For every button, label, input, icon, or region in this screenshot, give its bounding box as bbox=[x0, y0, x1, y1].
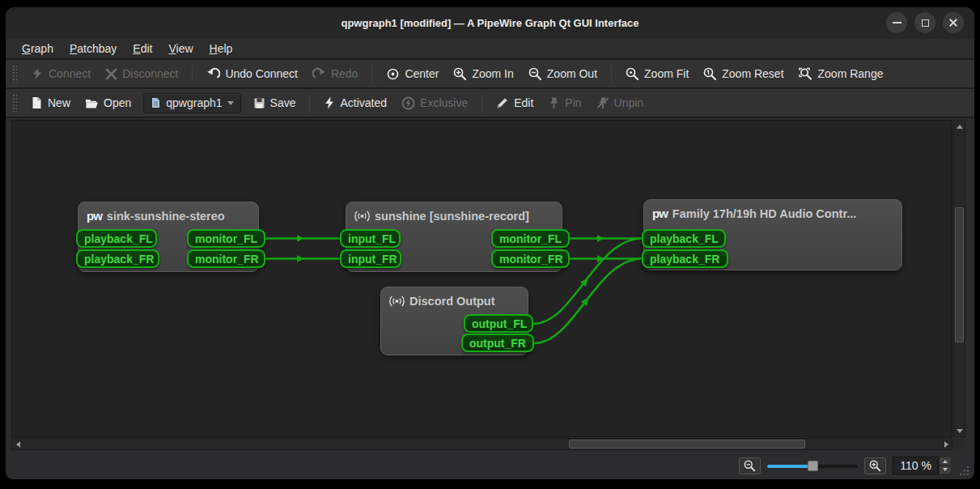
patchbay-combobox[interactable]: qpwgraph1 bbox=[143, 93, 240, 113]
connection-wires bbox=[12, 121, 952, 434]
scrollbar-corner bbox=[953, 438, 965, 450]
zoom-out-icon bbox=[528, 67, 542, 81]
menu-help[interactable]: Help bbox=[202, 40, 241, 57]
port-sink-playback-fl[interactable]: playback_FL bbox=[76, 229, 157, 248]
arrow-up-icon bbox=[943, 457, 948, 463]
connect-button[interactable]: Connect bbox=[23, 63, 98, 84]
menu-patchbay[interactable]: Patchbay bbox=[62, 40, 125, 57]
canvas-frame: pw sink-sunshine-stereo playback_FL play… bbox=[11, 120, 965, 450]
vertical-scrollbar[interactable] bbox=[953, 120, 965, 437]
resize-grip[interactable] bbox=[958, 465, 969, 476]
node-header: sunshine [sunshine-record] bbox=[346, 202, 562, 227]
port-family-playback-fl[interactable]: playback_FL bbox=[642, 229, 726, 248]
port-sunshine-input-fl[interactable]: input_FL bbox=[340, 229, 401, 248]
spin-down-button[interactable] bbox=[939, 466, 952, 474]
port-sink-playback-fr[interactable]: playback_FR bbox=[76, 249, 159, 268]
center-button[interactable]: Center bbox=[379, 63, 446, 85]
zoom-fit-button[interactable]: Zoom Fit bbox=[618, 63, 696, 85]
zoom-range-button[interactable]: Zoom Range bbox=[791, 63, 891, 85]
zoom-reset-icon bbox=[703, 67, 717, 81]
graph-canvas[interactable]: pw sink-sunshine-stereo playback_FL play… bbox=[11, 120, 952, 437]
node-title: sunshine [sunshine-record] bbox=[375, 210, 529, 223]
zoom-out-icon bbox=[744, 460, 756, 472]
scroll-up-button[interactable] bbox=[954, 121, 965, 131]
edit-pencil-icon bbox=[496, 96, 509, 109]
vertical-scroll-thumb[interactable] bbox=[955, 207, 964, 342]
zoom-slider[interactable] bbox=[767, 459, 858, 472]
connect-icon bbox=[31, 67, 44, 80]
port-sunshine-monitor-fr[interactable]: monitor_FR bbox=[491, 249, 570, 268]
disconnect-button[interactable]: Disconnect bbox=[98, 63, 185, 84]
statusbar: 110 % bbox=[6, 452, 974, 479]
maximize-icon bbox=[922, 19, 929, 27]
statusbar-zoom-out-button[interactable] bbox=[739, 457, 761, 474]
scroll-down-button[interactable] bbox=[954, 426, 965, 436]
edit-button[interactable]: Edit bbox=[489, 92, 541, 113]
redo-icon bbox=[312, 67, 326, 80]
menu-view[interactable]: View bbox=[160, 40, 201, 57]
slider-track-empty bbox=[812, 465, 858, 468]
port-sunshine-input-fr[interactable]: input_FR bbox=[340, 249, 401, 268]
menu-graph[interactable]: Graph bbox=[14, 40, 62, 57]
close-button[interactable] bbox=[943, 12, 964, 33]
audio-record-icon bbox=[354, 209, 370, 223]
pipewire-icon: pw bbox=[87, 209, 102, 223]
app-window: qpwgraph1 [modified] — A PipeWire Graph … bbox=[6, 7, 974, 479]
port-sunshine-monitor-fl[interactable]: monitor_FL bbox=[491, 229, 570, 248]
redo-button[interactable]: Redo bbox=[305, 63, 365, 84]
arrow-up-icon bbox=[957, 121, 963, 129]
undo-connect-button[interactable]: Undo Connect bbox=[199, 63, 305, 84]
toolbar-separator bbox=[371, 65, 372, 83]
port-discord-output-fl[interactable]: output_FL bbox=[464, 314, 533, 333]
scroll-right-button[interactable] bbox=[941, 439, 952, 449]
port-discord-output-fr[interactable]: output_FR bbox=[461, 334, 534, 352]
save-button[interactable]: Save bbox=[246, 92, 303, 113]
scroll-left-button[interactable] bbox=[12, 439, 23, 449]
titlebar: qpwgraph1 [modified] — A PipeWire Graph … bbox=[6, 7, 974, 39]
unpin-icon bbox=[596, 96, 609, 109]
activated-button[interactable]: Activated bbox=[316, 92, 394, 113]
toolbar-drag-handle[interactable] bbox=[12, 65, 17, 83]
horizontal-scroll-thumb[interactable] bbox=[569, 440, 805, 449]
new-button[interactable]: New bbox=[23, 92, 78, 113]
zoom-reset-button[interactable]: Zoom Reset bbox=[696, 63, 791, 85]
port-sink-monitor-fl[interactable]: monitor_FL bbox=[187, 229, 265, 248]
arrow-left-icon bbox=[13, 441, 20, 448]
disconnect-icon bbox=[105, 68, 117, 80]
zoom-fit-icon bbox=[626, 67, 639, 81]
toolbar-separator bbox=[482, 94, 482, 112]
maximize-button[interactable] bbox=[914, 12, 935, 33]
zoom-spinbox[interactable]: 110 % bbox=[893, 457, 952, 474]
horizontal-scrollbar[interactable] bbox=[11, 438, 952, 450]
minimize-button[interactable] bbox=[886, 12, 907, 33]
exclusive-button[interactable]: Exclusive bbox=[394, 92, 475, 114]
unpin-button[interactable]: Unpin bbox=[589, 92, 651, 113]
open-button[interactable]: Open bbox=[78, 92, 138, 113]
exclusive-bolt-icon bbox=[401, 96, 415, 110]
toolbar-separator bbox=[309, 94, 310, 112]
zoom-in-button[interactable]: Zoom In bbox=[446, 63, 520, 85]
save-icon bbox=[253, 97, 265, 109]
zoom-value[interactable]: 110 % bbox=[893, 457, 939, 474]
spin-up-button[interactable] bbox=[939, 457, 952, 466]
port-family-playback-fr[interactable]: playback_FR bbox=[642, 249, 728, 268]
pipewire-icon: pw bbox=[652, 206, 668, 220]
menu-edit[interactable]: Edit bbox=[125, 40, 160, 57]
zoom-out-button[interactable]: Zoom Out bbox=[521, 63, 605, 85]
patchbay-combobox-value: qpwgraph1 bbox=[166, 96, 222, 109]
menubar: Graph Patchbay Edit View Help bbox=[6, 39, 974, 60]
slider-handle[interactable] bbox=[808, 461, 818, 471]
toolbar-drag-handle[interactable] bbox=[12, 94, 17, 112]
main-area: pw sink-sunshine-stereo playback_FL play… bbox=[6, 118, 974, 452]
node-title: Discord Output bbox=[409, 295, 495, 308]
node-title: sink-sunshine-stereo bbox=[107, 210, 225, 223]
new-file-icon bbox=[31, 96, 43, 109]
node-header: pw sink-sunshine-stereo bbox=[78, 202, 258, 226]
open-folder-icon bbox=[85, 97, 99, 109]
port-sink-monitor-fr[interactable]: monitor_FR bbox=[187, 249, 265, 268]
pin-button[interactable]: Pin bbox=[541, 92, 588, 113]
statusbar-zoom-in-button[interactable] bbox=[864, 457, 886, 474]
zoom-in-icon bbox=[453, 67, 467, 81]
center-icon bbox=[386, 67, 400, 81]
toolbar-separator bbox=[611, 65, 612, 83]
